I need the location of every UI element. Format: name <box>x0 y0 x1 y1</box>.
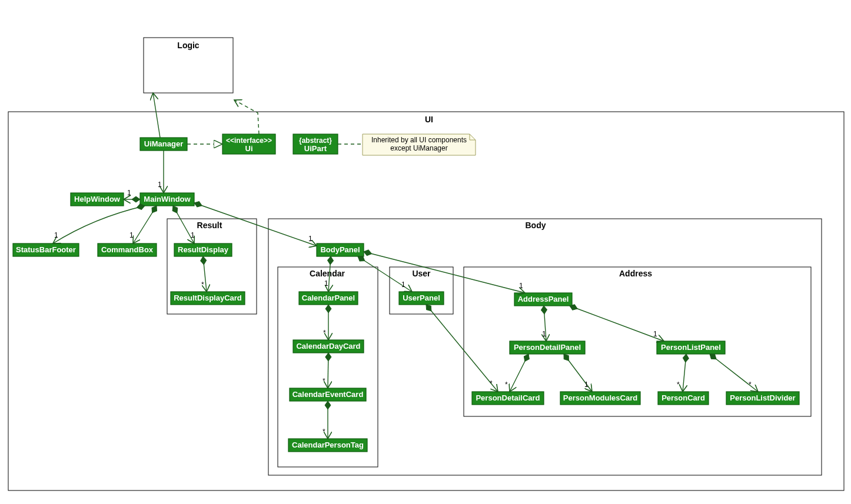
package-body-title: Body <box>526 221 546 230</box>
mult-addresspanel-detailpanel: 1 <box>542 330 546 338</box>
node-resultdisplaycard: ResultDisplayCard <box>171 292 245 305</box>
uml-diagram: Logic UI UiManager <<interface>> Ui {abs… <box>0 0 851 504</box>
label-calendarpersontag: CalendarPersonTag <box>292 440 364 449</box>
package-logic: Logic <box>144 38 233 93</box>
node-personlistpanel: PersonListPanel <box>657 341 725 354</box>
label-calendareventcard: CalendarEventCard <box>292 390 364 399</box>
node-statusbarfooter: StatusBarFooter <box>13 243 79 256</box>
node-calendareventcard: CalendarEventCard <box>290 388 366 401</box>
label-commandbox: CommandBox <box>101 245 154 254</box>
mult-calendarpanel-daycard: * <box>323 329 326 337</box>
mult-mainwindow-helpwindow: 1 <box>127 189 131 197</box>
label-userpanel: UserPanel <box>403 293 440 302</box>
node-commandbox: CommandBox <box>98 243 157 256</box>
label-uipart-stereotype: {abstract} <box>299 136 332 145</box>
node-persondetailcard: PersonDetailCard <box>472 392 544 405</box>
label-mainwindow: MainWindow <box>144 195 191 203</box>
label-ui-interface-stereotype: <<interface>> <box>226 136 272 145</box>
node-personmodulescard: PersonModulesCard <box>560 392 640 405</box>
package-logic-title: Logic <box>177 41 200 50</box>
edge-addresspanel-listpanel <box>570 306 664 341</box>
package-user: User <box>390 267 453 314</box>
mult-bodypanel-addresspanel: 1 <box>519 282 523 290</box>
label-personmodulescard: PersonModulesCard <box>563 393 637 402</box>
label-helpwindow: HelpWindow <box>74 195 121 203</box>
package-result-title: Result <box>197 221 222 230</box>
label-statusbarfooter: StatusBarFooter <box>16 245 76 254</box>
label-bodypanel: BodyPanel <box>320 245 360 254</box>
label-calendardaycard: CalendarDayCard <box>296 342 360 351</box>
label-resultdisplaycard: ResultDisplayCard <box>174 293 242 302</box>
mult-eventcard-persontag: * <box>323 428 325 436</box>
label-personlistdivider: PersonListDivider <box>730 393 795 402</box>
label-persondetailcard: PersonDetailCard <box>476 393 540 402</box>
note-uipart: Inherited by all UI components except Ui… <box>363 134 476 155</box>
node-ui-interface: <<interface>> Ui <box>222 134 275 154</box>
node-mainwindow: MainWindow <box>140 193 194 206</box>
node-bodypanel: BodyPanel <box>317 243 364 256</box>
mult-listpanel-divider: * <box>749 380 752 389</box>
mult-listpanel-personcard: * <box>677 380 680 389</box>
node-personlistdivider: PersonListDivider <box>726 392 799 405</box>
edge-bodypanel-addresspanel <box>364 252 525 293</box>
mult-uimanager-mainwindow: 1 <box>158 181 162 189</box>
mult-bodypanel-userpanel: 1 <box>401 281 405 289</box>
edge-uimanager-logic <box>153 93 160 138</box>
edge-ui-logic <box>234 100 259 134</box>
label-personcard: PersonCard <box>661 393 705 402</box>
edge-daycard-eventcard <box>328 353 328 388</box>
edge-listpanel-personcard <box>683 354 686 392</box>
mult-mainwindow-resultdisplay: 1 <box>191 231 195 239</box>
node-resultdisplay: ResultDisplay <box>174 243 232 256</box>
label-calendarpanel: CalendarPanel <box>302 293 355 302</box>
mult-addresspanel-listpanel: 1 <box>653 330 657 338</box>
package-user-title: User <box>412 269 431 278</box>
node-calendarpanel: CalendarPanel <box>299 292 358 305</box>
node-personcard: PersonCard <box>658 392 709 405</box>
mult-mainwindow-commandbox: 1 <box>129 231 134 239</box>
mult-resultdisplay-card: * <box>201 281 204 289</box>
edge-mainwindow-commandbox <box>133 206 157 243</box>
note-line2: except UiManager <box>390 144 447 152</box>
mult-userpanel-detailcard: * <box>490 379 493 388</box>
edge-detailpanel-detailcard <box>510 354 528 392</box>
mult-bodypanel-calendarpanel: 1 <box>324 279 328 288</box>
label-persondetailpanel: PersonDetailPanel <box>514 343 581 352</box>
mult-daycard-eventcard: * <box>323 377 325 385</box>
node-uipart: {abstract} UiPart <box>293 134 338 154</box>
node-addresspanel: AddressPanel <box>514 293 572 306</box>
node-helpwindow: HelpWindow <box>71 193 124 206</box>
package-address-title: Address <box>619 269 652 278</box>
label-ui-interface-name: Ui <box>245 144 253 153</box>
mult-detailpanel-modulescard: 1 <box>584 380 589 389</box>
node-userpanel: UserPanel <box>399 292 444 305</box>
node-uimanager: UiManager <box>140 138 187 151</box>
label-personlistpanel: PersonListPanel <box>661 343 721 352</box>
package-ui-title: UI <box>425 115 433 124</box>
mult-detailpanel-detailcard: * <box>505 380 508 389</box>
node-calendardaycard: CalendarDayCard <box>293 340 364 353</box>
edge-userpanel-detailcard <box>426 305 498 392</box>
note-line1: Inherited by all UI components <box>371 136 467 144</box>
package-calendar-title: Calendar <box>310 269 345 278</box>
label-uimanager: UiManager <box>144 139 183 148</box>
node-calendarpersontag: CalendarPersonTag <box>288 439 367 452</box>
label-uipart-name: UiPart <box>304 144 327 153</box>
node-persondetailpanel: PersonDetailPanel <box>510 341 585 354</box>
label-resultdisplay: ResultDisplay <box>178 245 229 254</box>
mult-mainwindow-statusbarfooter: 1 <box>54 231 58 239</box>
label-addresspanel: AddressPanel <box>518 295 569 303</box>
mult-mainwindow-bodypanel: 1 <box>308 235 313 243</box>
